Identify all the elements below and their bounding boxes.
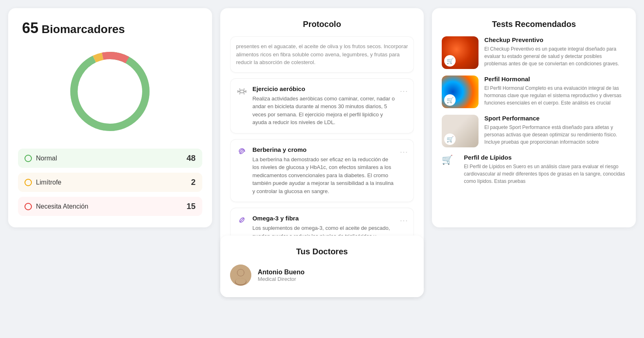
normal-circle bbox=[25, 155, 32, 162]
doctor-name: Antonio Bueno bbox=[258, 269, 305, 276]
sport-desc: El paquete Sport Performance está diseña… bbox=[484, 124, 626, 146]
limitrofe-label: Limítrofe bbox=[36, 179, 61, 186]
protocolo-title: Protocolo bbox=[230, 20, 414, 29]
pill-icon-berberina bbox=[236, 147, 248, 158]
bio-count: 65 bbox=[22, 20, 38, 36]
atencion-circle bbox=[25, 203, 32, 210]
normal-label: Normal bbox=[36, 155, 57, 162]
svg-point-3 bbox=[74, 56, 146, 127]
limitrofe-count: 2 bbox=[191, 178, 196, 187]
svg-point-17 bbox=[235, 278, 246, 285]
doctores-title: Tus Doctores bbox=[230, 247, 414, 256]
tests-card: Tests Recomendados 🛒 Checkup Preventivo … bbox=[432, 8, 636, 227]
spacer-col1-row2 bbox=[8, 236, 212, 297]
bio-title: 65 Biomarcadores bbox=[18, 20, 125, 37]
atencion-label: Necesita Atención bbox=[36, 203, 88, 210]
svg-rect-4 bbox=[240, 90, 244, 93]
spacer-col3-row2 bbox=[432, 236, 636, 297]
page-container: 65 Biomarcadores Normal 48 bbox=[8, 8, 636, 297]
cart-badge-sport[interactable]: 🛒 bbox=[444, 133, 456, 145]
lipidos-desc: El Perfil de Lípidos en Suero es un anál… bbox=[464, 163, 626, 185]
ejercicio-title: Ejercicio aeróbico bbox=[253, 85, 395, 92]
checkup-desc: El Checkup Preventivo es un paquete inte… bbox=[484, 45, 626, 67]
test-item-lipidos: 🛒 Perfil de Lípidos El Perfil de Lípidos… bbox=[442, 154, 626, 185]
pill-icon-omega bbox=[236, 216, 248, 227]
partial-text: presentes en el aguacate, el aceite de o… bbox=[236, 42, 408, 67]
proto-item-partial: presentes en el aguacate, el aceite de o… bbox=[230, 36, 414, 73]
biomarcadores-card: 65 Biomarcadores Normal 48 bbox=[8, 8, 212, 227]
proto-item-berberina: Berberina y cromo La berberina ha demost… bbox=[230, 139, 414, 202]
donut-chart bbox=[65, 47, 155, 136]
ejercicio-desc: Realiza actividades aeróbicas como camin… bbox=[253, 95, 395, 127]
doctor-avatar bbox=[230, 265, 251, 286]
omega-title: Omega-3 y fibra bbox=[253, 215, 395, 222]
limitrofe-circle bbox=[25, 179, 32, 186]
doctores-card: Tus Doctores Antonio Bueno Medical Direc… bbox=[220, 236, 424, 297]
ejercicio-dots[interactable]: ⋯ bbox=[400, 86, 408, 96]
legend-limitrofe: Limítrofe 2 bbox=[18, 173, 202, 192]
doctor-role: Medical Director bbox=[258, 276, 305, 282]
normal-count: 48 bbox=[186, 153, 195, 163]
test-image-checkup[interactable]: 🛒 bbox=[442, 36, 479, 69]
test-image-sport[interactable]: 🛒 bbox=[442, 115, 479, 147]
gym-icon bbox=[236, 86, 248, 99]
berberina-title: Berberina y cromo bbox=[253, 146, 395, 153]
proto-items: presentes en el aguacate, el aceite de o… bbox=[230, 36, 414, 263]
hormonal-desc: El Perfil Hormonal Completo es una evalu… bbox=[484, 84, 626, 107]
sport-title: Sport Performance bbox=[484, 115, 626, 122]
omega-dots[interactable]: ⋯ bbox=[400, 216, 408, 225]
legend: Normal 48 Limítrofe 2 Necesita Atención … bbox=[18, 149, 202, 216]
berberina-dots[interactable]: ⋯ bbox=[400, 147, 408, 157]
test-image-hormonal[interactable]: 🛒 bbox=[442, 76, 479, 108]
test-item-checkup: 🛒 Checkup Preventivo El Checkup Preventi… bbox=[442, 36, 626, 69]
legend-atencion: Necesita Atención 15 bbox=[18, 197, 202, 216]
svg-point-16 bbox=[237, 269, 244, 276]
doctor-item: Antonio Bueno Medical Director bbox=[230, 265, 414, 286]
cart-badge-checkup[interactable]: 🛒 bbox=[444, 55, 456, 67]
checkup-title: Checkup Preventivo bbox=[484, 36, 626, 43]
lipidos-cart-icon[interactable]: 🛒 bbox=[442, 154, 458, 165]
tests-title: Tests Recomendados bbox=[442, 20, 626, 29]
atencion-count: 15 bbox=[186, 202, 195, 211]
legend-normal: Normal 48 bbox=[18, 149, 202, 168]
proto-item-ejercicio: Ejercicio aeróbico Realiza actividades a… bbox=[230, 78, 414, 133]
donut-svg bbox=[65, 47, 155, 136]
test-item-hormonal: 🛒 Perfil Hormonal El Perfil Hormonal Com… bbox=[442, 76, 626, 108]
berberina-desc: La berberina ha demostrado ser eficaz en… bbox=[253, 156, 395, 196]
test-item-sport: 🛒 Sport Performance El paquete Sport Per… bbox=[442, 115, 626, 147]
lipidos-title: Perfil de Lípidos bbox=[464, 154, 626, 161]
test-items: 🛒 Checkup Preventivo El Checkup Preventi… bbox=[442, 36, 626, 185]
cart-badge-hormonal[interactable]: 🛒 bbox=[444, 94, 456, 106]
hormonal-title: Perfil Hormonal bbox=[484, 76, 626, 82]
